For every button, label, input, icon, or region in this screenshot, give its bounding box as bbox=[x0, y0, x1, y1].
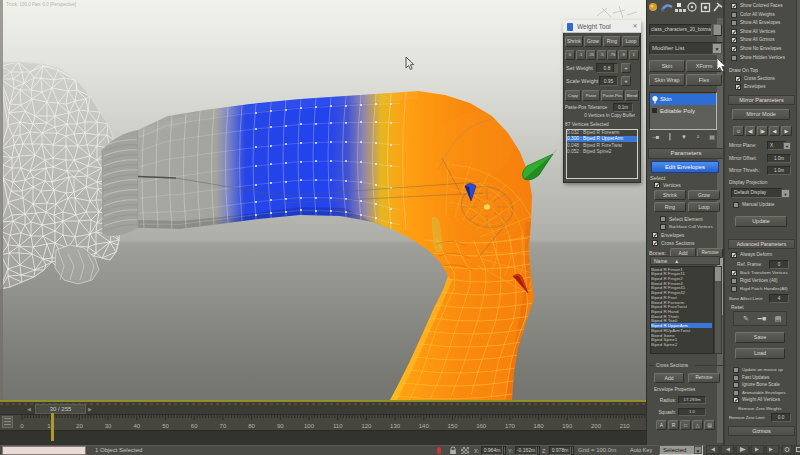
svg-text:70: 70 bbox=[220, 423, 227, 429]
svg-text:30: 30 bbox=[105, 423, 112, 429]
svg-text:160: 160 bbox=[476, 423, 487, 429]
svg-text:170: 170 bbox=[505, 423, 516, 429]
svg-text:50: 50 bbox=[162, 423, 169, 429]
svg-text:100: 100 bbox=[304, 423, 315, 429]
svg-text:210: 210 bbox=[620, 423, 631, 429]
svg-text:60: 60 bbox=[191, 423, 198, 429]
svg-text:90: 90 bbox=[277, 423, 284, 429]
svg-text:180: 180 bbox=[534, 423, 545, 429]
svg-text:190: 190 bbox=[562, 423, 573, 429]
svg-text:150: 150 bbox=[447, 423, 458, 429]
svg-text:200: 200 bbox=[591, 423, 602, 429]
svg-text:20: 20 bbox=[76, 423, 83, 429]
svg-text:140: 140 bbox=[419, 423, 430, 429]
svg-text:110: 110 bbox=[333, 423, 343, 429]
svg-text:120: 120 bbox=[361, 423, 372, 429]
svg-text:40: 40 bbox=[133, 423, 140, 429]
svg-text:80: 80 bbox=[248, 423, 255, 429]
svg-text:130: 130 bbox=[390, 423, 401, 429]
